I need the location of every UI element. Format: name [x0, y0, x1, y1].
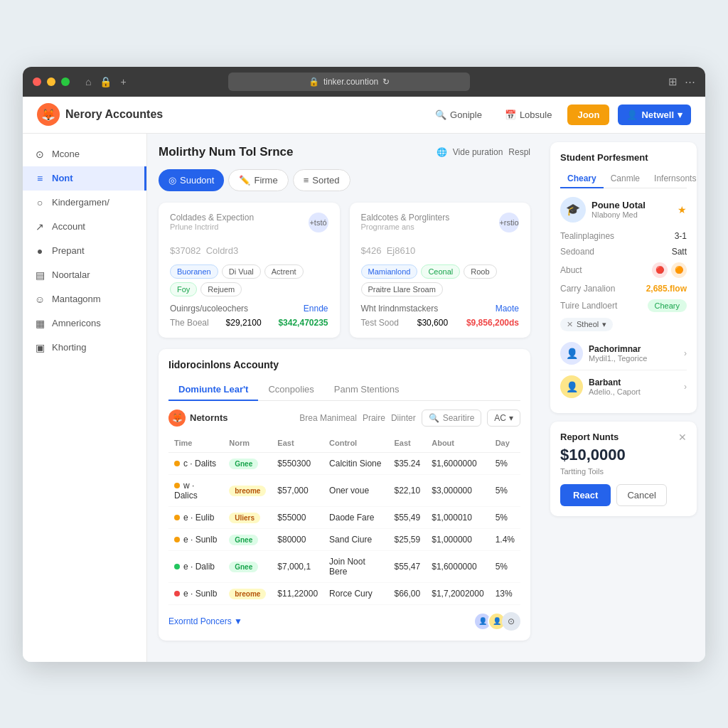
avatar-add[interactable]: ⊙ [502, 612, 520, 631]
tag-praitre[interactable]: Praitre Llare Sroam [361, 282, 443, 296]
sidebar-item-mantagonm[interactable]: ☺ Mantagonm [23, 287, 146, 311]
card-coldades-link[interactable]: Ennde [304, 304, 328, 314]
sidebar: ⊙ Mcone ≡ Nont ○ Kindergamen/ ↗ Account … [23, 134, 147, 662]
dot-red[interactable] [33, 77, 41, 86]
school-tag-x[interactable]: ✕ [567, 320, 573, 329]
sidebar-item-mcone[interactable]: ⊙ Mcone [23, 142, 146, 166]
td-time: c · Dalits [168, 452, 223, 474]
profile-row: 🎓 Poune Uotal Nlabony Med ★ [560, 197, 687, 223]
td-about: $1,000000 [426, 528, 489, 550]
card-coldades-total-value: $29,2100 [226, 318, 262, 328]
school-tag[interactable]: ✕ Stheol ▾ [560, 318, 613, 331]
panel-tab-canmle[interactable]: Canmle [604, 170, 647, 188]
profile-info: Poune Uotal Nlabony Med [592, 200, 646, 219]
tabs-bar: ◎ Suudont ✏️ Firme ≡ Sorted [159, 169, 530, 191]
card-coldades-amount2: $342,470235 [278, 318, 328, 328]
abuct-icon-red[interactable]: 🔴 [652, 262, 668, 278]
browser-nav-icons: ⌂ 🔒 + [85, 76, 127, 87]
sidebar-item-account[interactable]: ↗ Account [23, 215, 146, 239]
tag-buoranen[interactable]: Buoranen [170, 264, 218, 279]
tag-mamianlond[interactable]: Mamianlond [361, 264, 418, 279]
toolbar-label3: Diinter [391, 413, 416, 423]
network-button[interactable]: 👤 Netwell ▾ [618, 105, 691, 125]
tab-suudont[interactable]: ◎ Suudont [159, 169, 224, 191]
sidebar-item-amnericons[interactable]: ▦ Amnericons [23, 311, 146, 336]
sub-tab-domiunte[interactable]: Domiunte Lear't [168, 379, 258, 401]
tag-ceonal[interactable]: Ceonal [421, 264, 460, 279]
school-tag-chevron[interactable]: ▾ [602, 320, 606, 329]
view-label[interactable]: Vide puration [453, 147, 503, 157]
footer-link[interactable]: Exorntd Poncers ▼ [168, 616, 242, 626]
tag-foy[interactable]: Foy [170, 282, 197, 296]
td-about: $1,000010 [426, 506, 489, 528]
td-time: w · Dalics [168, 474, 223, 506]
sidebar-item-kindergamen[interactable]: ○ Kindergamen/ [23, 191, 146, 215]
td-day: 5% [490, 452, 520, 474]
sidebar-item-noortalar[interactable]: ▤ Noortalar [23, 263, 146, 287]
td-about: $1,6000000 [426, 550, 489, 582]
resp-label[interactable]: Respl [508, 147, 530, 157]
page-title: Molirthy Num Tol Srnce [159, 145, 294, 159]
dot-yellow[interactable] [47, 77, 55, 86]
star-icon[interactable]: ★ [678, 204, 687, 215]
sub-tab-panm[interactable]: Panm Stentions [324, 379, 410, 401]
profile-name: Poune Uotal [592, 200, 646, 210]
sidebar-label-mcone: Mcone [52, 149, 80, 159]
td-east2: $25,59 [389, 528, 427, 550]
col-about: About [426, 434, 489, 453]
person-item-0[interactable]: 👤 Pachorimnar Mydil1., Tegorice › [560, 337, 687, 370]
tab-firme[interactable]: ✏️ Firme [228, 169, 288, 191]
abuct-icons: 🔴 🟠 [652, 262, 687, 278]
tag-rejuem[interactable]: Rejuem [200, 282, 242, 296]
info-tuire: Tuire Landloert Cheary [560, 299, 687, 312]
info-carry: Carry Janalion 2,685.flow [560, 284, 687, 294]
report-title: Report Nunts [560, 432, 619, 442]
table-row: e · Sunlb Gnee $80000 Sand Ciure $25,59 … [168, 528, 520, 550]
join-button[interactable]: Joon [567, 105, 609, 125]
panel-tab-cheary[interactable]: Cheary [560, 170, 604, 188]
table-search[interactable]: 🔍 Searitire [422, 410, 482, 427]
sidebar-label-nont: Nont [52, 173, 73, 183]
table-select[interactable]: AC ▾ [487, 410, 520, 427]
chevron-down-icon: ▾ [678, 109, 682, 120]
card-coldades-total: The Boeal $29,2100 $342,470235 [170, 318, 328, 328]
tab-grid-icon[interactable]: ⊞ [668, 75, 678, 88]
sidebar-item-prepant[interactable]: ● Prepant [23, 239, 146, 263]
person-item-1[interactable]: 👤 Barbant Adelio., Caport › [560, 370, 687, 403]
panel-tab-infernsonts[interactable]: Infernsonts [647, 170, 703, 188]
td-east2: $55,49 [389, 506, 427, 528]
chevron-0: › [684, 348, 687, 358]
react-button[interactable]: React [560, 484, 611, 506]
back-icon[interactable]: ⌂ [85, 76, 91, 87]
tag-di-vual[interactable]: Di Vual [222, 264, 261, 279]
td-time: e · Dalib [168, 550, 223, 582]
sub-tab-cconpolies[interactable]: Cconpolies [258, 379, 323, 401]
url-refresh-icon[interactable]: ↻ [382, 77, 390, 87]
dot-green[interactable] [61, 77, 70, 86]
sidebar-label-noortalar: Noortalar [52, 269, 90, 280]
schedule-btn[interactable]: 📅 Lobsule [498, 106, 560, 124]
tag-roob[interactable]: Roob [464, 264, 496, 279]
user-icon: 👤 [626, 109, 638, 120]
tab-sorted[interactable]: ≡ Sorted [293, 169, 350, 191]
sidebar-item-nont[interactable]: ≡ Nont [23, 166, 146, 191]
sidebar-item-khorting[interactable]: ▣ Khorting [23, 336, 146, 360]
table-row: e · Sunlb breome $11,22000 Rorce Cury $6… [168, 582, 520, 604]
card-ealdcotes-link[interactable]: Maote [496, 304, 519, 314]
cancel-button[interactable]: Cancel [616, 484, 666, 506]
url-bar[interactable]: 🔒 tinker.countion ↻ [228, 73, 470, 91]
card-ealdcotes-amount2: $9,856,200ds [466, 318, 519, 328]
td-east: $57,000 [272, 474, 323, 506]
table-row: c · Dalits Gnee $550300 Calcitin Sione $… [168, 452, 520, 474]
report-close-btn[interactable]: ✕ [678, 432, 687, 443]
brand-name: Nerory Accountes [65, 108, 163, 121]
forward-icon[interactable]: + [120, 76, 126, 87]
person-avatar-0: 👤 [560, 342, 583, 365]
menu-icon[interactable]: ⋯ [685, 75, 695, 88]
search-btn[interactable]: 🔍 Goniple [428, 106, 489, 124]
abuct-icon-orange[interactable]: 🟠 [671, 262, 687, 278]
td-time: e · Sunlb [168, 582, 223, 604]
table-brand-icon: 🦊 [168, 410, 186, 427]
tag-actrent[interactable]: Actrent [264, 264, 304, 279]
search-icon: 🔍 [435, 109, 446, 120]
